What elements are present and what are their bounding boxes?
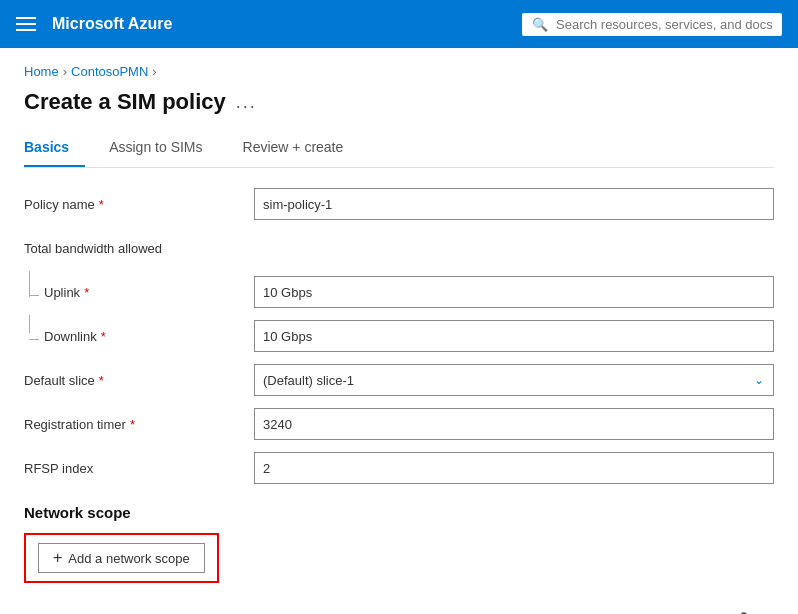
- search-icon: 🔍: [532, 17, 548, 32]
- downlink-input[interactable]: [254, 320, 774, 352]
- form-section: Policy name* Total bandwidth allowed Upl…: [24, 188, 774, 614]
- downlink-label: Downlink*: [24, 329, 254, 344]
- uplink-input-wrapper: [254, 276, 774, 308]
- rfsp-index-label: RFSP index: [24, 461, 254, 476]
- default-slice-dropdown[interactable]: (Default) slice-1 ⌄: [254, 364, 774, 396]
- registration-timer-input[interactable]: [254, 408, 774, 440]
- add-scope-container: + Add a network scope: [24, 533, 219, 583]
- default-slice-row: Default slice* (Default) slice-1 ⌄: [24, 364, 774, 396]
- rfsp-index-row: RFSP index: [24, 452, 774, 484]
- default-slice-display[interactable]: (Default) slice-1 ⌄: [254, 364, 774, 396]
- uplink-input[interactable]: [254, 276, 774, 308]
- tab-bar: Basics Assign to SIMs Review + create: [24, 131, 774, 168]
- app-title: Microsoft Azure: [52, 15, 172, 33]
- tab-basics[interactable]: Basics: [24, 131, 85, 167]
- default-slice-label: Default slice*: [24, 373, 254, 388]
- add-network-scope-button[interactable]: + Add a network scope: [38, 543, 205, 573]
- hamburger-menu[interactable]: [16, 17, 36, 31]
- policy-name-input-wrapper: [254, 188, 774, 220]
- registration-timer-label: Registration timer*: [24, 417, 254, 432]
- registration-timer-row: Registration timer*: [24, 408, 774, 440]
- page-title: Create a SIM policy: [24, 89, 226, 115]
- network-scope-table-header: Slice Data network Service configuration…: [24, 603, 774, 614]
- bandwidth-label: Total bandwidth allowed: [24, 241, 254, 256]
- rfsp-index-input-wrapper: [254, 452, 774, 484]
- uplink-row: Uplink*: [24, 276, 774, 308]
- policy-name-row: Policy name*: [24, 188, 774, 220]
- breadcrumb-home[interactable]: Home: [24, 64, 59, 79]
- main-content: Home › ContosoPMN › Create a SIM policy …: [0, 48, 798, 614]
- page-title-row: Create a SIM policy ...: [24, 89, 774, 115]
- top-nav: Microsoft Azure 🔍: [0, 0, 798, 48]
- tab-assign-sims[interactable]: Assign to SIMs: [109, 131, 218, 167]
- registration-timer-input-wrapper: [254, 408, 774, 440]
- ellipsis-button[interactable]: ...: [236, 92, 257, 113]
- downlink-input-wrapper: [254, 320, 774, 352]
- uplink-label: Uplink*: [24, 285, 254, 300]
- policy-name-label: Policy name*: [24, 197, 254, 212]
- default-slice-input-wrapper: (Default) slice-1 ⌄: [254, 364, 774, 396]
- breadcrumb: Home › ContosoPMN ›: [24, 64, 774, 79]
- rfsp-index-input[interactable]: [254, 452, 774, 484]
- search-input[interactable]: [556, 17, 772, 32]
- downlink-row: Downlink*: [24, 320, 774, 352]
- bandwidth-label-row: Total bandwidth allowed: [24, 232, 774, 264]
- search-bar: 🔍: [522, 13, 782, 36]
- plus-icon: +: [53, 550, 62, 566]
- tab-review-create[interactable]: Review + create: [243, 131, 360, 167]
- policy-name-input[interactable]: [254, 188, 774, 220]
- breadcrumb-contoso[interactable]: ContosoPMN: [71, 64, 148, 79]
- network-scope-header: Network scope: [24, 504, 774, 521]
- chevron-down-icon: ⌄: [754, 373, 764, 387]
